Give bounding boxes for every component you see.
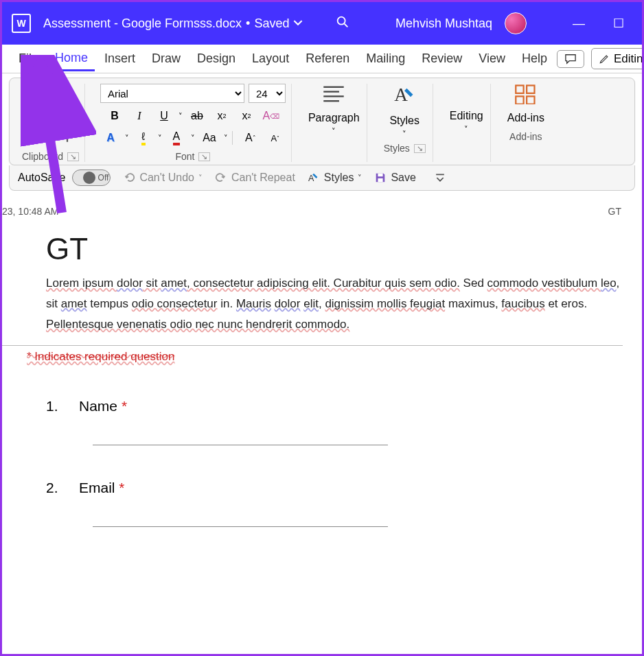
paste-button[interactable]: Paste ˅: [26, 89, 56, 143]
question-number: 1.: [46, 398, 62, 445]
paragraph-icon: [322, 84, 345, 109]
question-label: Email: [79, 480, 115, 495]
chevron-down-icon[interactable]: ˅: [191, 134, 195, 143]
doc-paragraph[interactable]: Lorem ipsum dolor sit amet, consectetur …: [46, 273, 623, 334]
highlight-button[interactable]: ℓ: [133, 129, 154, 147]
group-addins[interactable]: Add-ins Add-ins: [501, 84, 551, 162]
quick-access-toolbar: AutoSave Off Can't Undo˅ Can't Repeat A …: [9, 165, 635, 191]
clipboard-label: Clipboard: [22, 151, 63, 162]
styles-icon: A: [393, 84, 416, 112]
group-editing[interactable]: Editing ˅: [443, 84, 491, 162]
styles-quick-button[interactable]: A Styles˅: [308, 172, 363, 184]
svg-rect-7: [65, 113, 73, 122]
group-paragraph[interactable]: Paragraph ˅: [301, 84, 367, 162]
menu-insert[interactable]: Insert: [97, 47, 142, 70]
shrink-font-button[interactable]: A˅: [265, 129, 286, 147]
font-name-select[interactable]: Arial: [100, 84, 244, 103]
svg-rect-3: [38, 92, 43, 96]
menu-view[interactable]: View: [472, 47, 512, 70]
document-title[interactable]: Assessment - Google Formsss.docx • Saved: [43, 16, 303, 31]
redo-button[interactable]: Can't Repeat: [215, 172, 295, 184]
header-timestamp: 23, 10:48 AM: [2, 206, 59, 217]
required-asterisk: *: [122, 398, 127, 414]
chevron-down-icon: ˅: [38, 131, 43, 140]
chevron-down-icon[interactable]: ˅: [179, 112, 183, 121]
text-effects-button[interactable]: A: [100, 129, 121, 147]
divider: [2, 345, 623, 346]
dialog-launcher-icon[interactable]: ↘: [414, 144, 426, 153]
document-area[interactable]: 23, 10:48 AM GT GT Lorem ipsum dolor sit…: [2, 203, 642, 601]
chevron-down-icon: ˅: [332, 127, 336, 136]
dialog-launcher-icon[interactable]: ↘: [67, 152, 79, 161]
undo-button[interactable]: Can't Undo˅: [123, 172, 203, 184]
svg-point-0: [338, 17, 345, 25]
paragraph-label: Paragraph: [308, 112, 360, 124]
redo-label: Can't Repeat: [231, 172, 295, 184]
minimize-button[interactable]: —: [565, 16, 593, 31]
maximize-button[interactable]: ☐: [605, 16, 632, 31]
svg-rect-17: [527, 96, 534, 104]
question-1: 1. Name *: [46, 398, 623, 445]
word-app-icon: W: [12, 14, 31, 33]
font-label: Font: [175, 151, 194, 162]
question-label: Name: [79, 398, 117, 414]
strikethrough-button[interactable]: ab: [187, 107, 207, 125]
menubar: File Home Insert Draw Design Layout Refe…: [2, 45, 642, 73]
bold-button[interactable]: B: [104, 107, 125, 125]
chevron-down-icon[interactable]: [293, 16, 303, 31]
paste-label: Paste: [29, 117, 54, 128]
font-color-button[interactable]: A: [166, 129, 187, 147]
autosave-toggle[interactable]: Off: [72, 169, 111, 186]
menu-layout[interactable]: Layout: [245, 47, 296, 70]
underline-button[interactable]: U: [154, 107, 174, 125]
copy-icon[interactable]: [60, 108, 75, 123]
avatar[interactable]: [505, 12, 527, 34]
autosave-label: AutoSave: [18, 172, 65, 184]
styles-quick-label: Styles: [324, 172, 354, 184]
chevron-down-icon: ˅: [464, 125, 468, 134]
menu-references[interactable]: Referen: [299, 47, 356, 70]
save-button[interactable]: Save: [374, 172, 415, 184]
menu-help[interactable]: Help: [515, 47, 554, 70]
search-icon[interactable]: [335, 14, 350, 32]
dialog-launcher-icon[interactable]: ↘: [198, 152, 210, 161]
required-asterisk: *: [119, 480, 124, 495]
svg-rect-8: [64, 130, 71, 134]
chevron-down-icon[interactable]: ˅: [224, 134, 228, 143]
answer-line[interactable]: [93, 445, 388, 445]
menu-draw[interactable]: Draw: [145, 47, 187, 70]
customize-qat-icon[interactable]: [435, 173, 445, 183]
addins-label: Add-ins: [507, 112, 544, 124]
doc-heading[interactable]: GT: [46, 232, 623, 266]
superscript-button[interactable]: x2: [236, 107, 257, 125]
group-styles[interactable]: A Styles ˅ Styles↘: [377, 84, 433, 162]
page-header: 23, 10:48 AM GT: [2, 203, 635, 220]
grow-font-button[interactable]: A˄: [240, 129, 261, 147]
menu-review[interactable]: Review: [415, 47, 469, 70]
doc-status: Saved: [254, 16, 289, 31]
autosave-state: Off: [98, 173, 109, 183]
styles-label: Styles: [389, 115, 419, 127]
cut-icon[interactable]: [60, 87, 75, 102]
italic-button[interactable]: I: [129, 107, 150, 125]
chevron-down-icon[interactable]: ˅: [158, 134, 162, 143]
format-painter-icon[interactable]: [60, 128, 75, 143]
svg-rect-19: [378, 174, 383, 177]
question-number: 2.: [46, 480, 62, 527]
subscript-button[interactable]: x2: [211, 107, 232, 125]
menu-file[interactable]: File: [12, 47, 45, 70]
answer-line[interactable]: [93, 526, 388, 527]
comments-button[interactable]: [557, 50, 584, 68]
chevron-down-icon[interactable]: ˅: [125, 134, 129, 143]
user-name[interactable]: Mehvish Mushtaq: [395, 16, 492, 31]
menu-design[interactable]: Design: [190, 47, 242, 70]
change-case-button[interactable]: Aa: [199, 129, 220, 147]
group-clipboard: Paste ˅ Clipboard↘: [16, 84, 85, 162]
font-size-select[interactable]: 24: [249, 84, 286, 103]
menu-home[interactable]: Home: [48, 47, 95, 71]
editing-label: Editing: [614, 52, 644, 66]
menu-mailings[interactable]: Mailing: [359, 47, 412, 70]
clear-formatting-icon[interactable]: A⌫: [261, 107, 281, 125]
editing-mode-button[interactable]: Editing ˅: [591, 48, 644, 69]
svg-rect-14: [516, 86, 523, 93]
